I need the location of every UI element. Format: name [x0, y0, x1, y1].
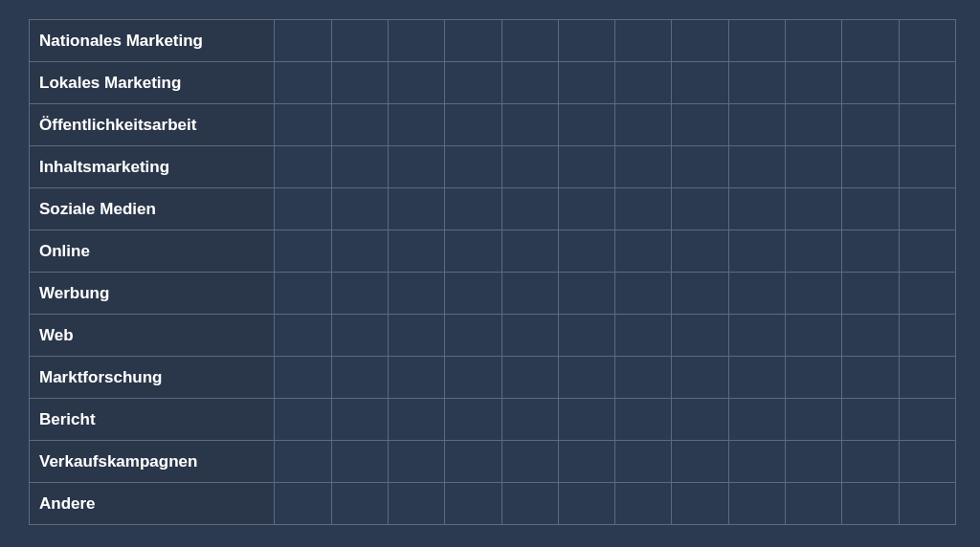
data-cell [842, 441, 899, 483]
data-cell [615, 273, 672, 315]
data-cell [558, 104, 614, 146]
data-cell [672, 399, 728, 441]
data-cell [501, 441, 558, 483]
data-cell [842, 230, 899, 273]
data-cell [558, 357, 614, 399]
data-cell [275, 357, 331, 399]
data-cell [445, 441, 501, 483]
data-cell [388, 315, 444, 357]
data-cell [728, 230, 785, 273]
data-cell [501, 399, 558, 441]
data-cell [728, 315, 785, 357]
row-label: Andere [30, 483, 275, 525]
data-cell [728, 399, 785, 441]
data-cell [785, 357, 841, 399]
data-cell [672, 20, 728, 62]
data-cell [331, 62, 388, 104]
data-cell [615, 146, 672, 188]
data-cell [899, 104, 955, 146]
data-cell [388, 104, 444, 146]
data-cell [331, 441, 388, 483]
data-cell [501, 20, 558, 62]
data-cell [275, 441, 331, 483]
table-row: Inhaltsmarketing [30, 146, 956, 188]
data-cell [558, 399, 614, 441]
data-cell [672, 230, 728, 273]
data-cell [728, 273, 785, 315]
table-row: Werbung [30, 273, 956, 315]
data-cell [785, 273, 841, 315]
data-cell [501, 146, 558, 188]
data-cell [842, 357, 899, 399]
data-cell [615, 441, 672, 483]
row-label: Werbung [30, 273, 275, 315]
data-cell [728, 62, 785, 104]
row-label: Online [30, 230, 275, 273]
data-cell [558, 315, 614, 357]
data-cell [275, 62, 331, 104]
data-cell [899, 441, 955, 483]
data-cell [615, 20, 672, 62]
data-cell [388, 62, 444, 104]
data-cell [672, 315, 728, 357]
row-label: Nationales Marketing [30, 20, 275, 62]
data-cell [388, 188, 444, 230]
table-row: Verkaufskampagnen [30, 441, 956, 483]
data-cell [842, 146, 899, 188]
data-cell [331, 230, 388, 273]
data-cell [842, 62, 899, 104]
data-cell [275, 188, 331, 230]
data-cell [842, 399, 899, 441]
data-cell [331, 357, 388, 399]
table-row: Lokales Marketing [30, 62, 956, 104]
data-cell [275, 230, 331, 273]
data-cell [558, 20, 614, 62]
data-cell [445, 483, 501, 525]
data-cell [445, 357, 501, 399]
data-cell [899, 273, 955, 315]
row-label: Web [30, 315, 275, 357]
data-cell [785, 315, 841, 357]
data-cell [615, 230, 672, 273]
data-cell [331, 315, 388, 357]
data-cell [842, 188, 899, 230]
table-row: Andere [30, 483, 956, 525]
data-cell [899, 146, 955, 188]
data-cell [558, 441, 614, 483]
data-cell [388, 273, 444, 315]
row-label: Inhaltsmarketing [30, 146, 275, 188]
table-row: Öffentlichkeitsarbeit [30, 104, 956, 146]
data-cell [445, 146, 501, 188]
data-cell [728, 20, 785, 62]
data-cell [672, 62, 728, 104]
data-cell [728, 441, 785, 483]
data-cell [275, 399, 331, 441]
data-cell [388, 146, 444, 188]
data-cell [785, 62, 841, 104]
data-cell [501, 483, 558, 525]
data-cell [331, 188, 388, 230]
data-cell [558, 62, 614, 104]
data-cell [331, 20, 388, 62]
data-cell [501, 315, 558, 357]
data-cell [785, 441, 841, 483]
data-cell [275, 104, 331, 146]
data-cell [275, 273, 331, 315]
data-cell [501, 188, 558, 230]
data-cell [672, 104, 728, 146]
data-cell [331, 399, 388, 441]
data-cell [331, 483, 388, 525]
row-label: Bericht [30, 399, 275, 441]
data-cell [672, 483, 728, 525]
data-cell [558, 188, 614, 230]
data-cell [899, 20, 955, 62]
data-cell [785, 188, 841, 230]
data-cell [842, 315, 899, 357]
data-cell [728, 104, 785, 146]
data-cell [615, 357, 672, 399]
data-cell [842, 104, 899, 146]
data-cell [445, 104, 501, 146]
data-cell [728, 483, 785, 525]
row-label: Verkaufskampagnen [30, 441, 275, 483]
data-cell [388, 441, 444, 483]
